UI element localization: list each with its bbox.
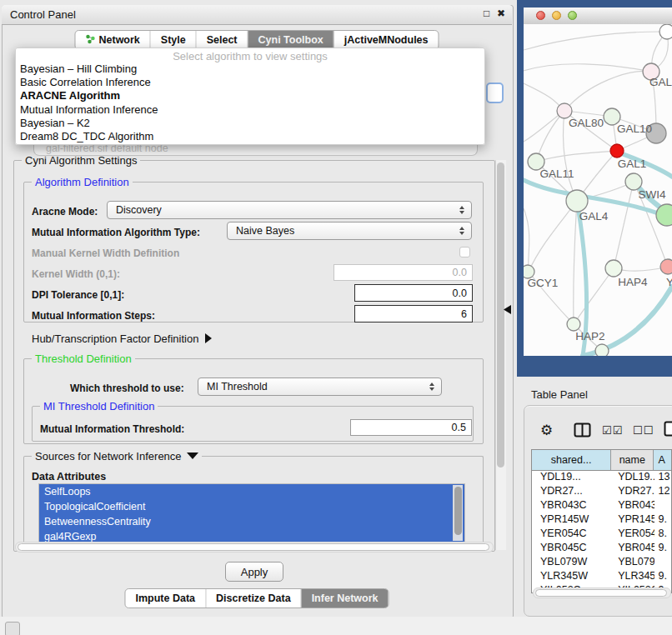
network-node-y[interactable]	[660, 259, 672, 274]
table-horizontal-scrollbar[interactable]	[533, 588, 671, 598]
algorithm-popup-list: Bayesian – Hill ClimbingBasic Correlatio…	[16, 62, 484, 143]
table-row[interactable]: YDL19...YDL19...13	[532, 471, 671, 485]
tab-jactivemnodules[interactable]: jActiveMNodules	[334, 31, 439, 49]
network-node-gal1[interactable]	[610, 144, 624, 158]
algorithm-option-dream8-dc-tdc-algorithm[interactable]: Dream8 DC_TDC Algorithm	[16, 130, 484, 143]
expand-right-icon	[205, 333, 212, 343]
mi-threshold-field[interactable]: 0.5	[350, 419, 472, 436]
algorithm-option-basic-correlation-inference[interactable]: Basic Correlation Inference	[16, 76, 484, 89]
mi-steps-label: Mutual Information Steps:	[32, 310, 155, 322]
manual-kernel-checkbox[interactable]	[459, 247, 470, 258]
table-row[interactable]: YBL079WYBL079W	[532, 556, 671, 570]
algorithm-option-bayesian-hill-climbing[interactable]: Bayesian – Hill Climbing	[16, 62, 484, 76]
table-row[interactable]: YBR045CYBR045C9.	[532, 542, 671, 556]
hide-columns-icon[interactable]: ☐☐	[633, 424, 654, 437]
algorithm-option-bayesian-k2[interactable]: Bayesian – K2	[16, 117, 484, 130]
table-row[interactable]: YLR345WYLR345W9.	[532, 570, 671, 584]
data-attributes-label: Data Attributes	[32, 471, 106, 482]
threshold-definition-title: Threshold Definition	[32, 352, 135, 365]
table-horizontal-scrollbar-thumb[interactable]	[535, 589, 667, 597]
tab-label: Select	[207, 34, 238, 46]
network-node-gal4[interactable]	[566, 190, 588, 212]
bottom-tab-impute-data[interactable]: Impute Data	[125, 589, 206, 608]
manual-kernel-label: Manual Kernel Width Definition	[32, 248, 179, 259]
settings-horizontal-scrollbar[interactable]	[15, 542, 494, 552]
screen: Control Panel □ ✖ NetworkStyleSelectCyni…	[0, 0, 672, 635]
table-cell: YBR043C	[611, 499, 654, 513]
bottom-tab-strip-holder: Impute DataDiscretize DataInfer Network	[124, 588, 389, 608]
bottom-tab-infer-network[interactable]: Infer Network	[302, 589, 389, 608]
attribute-item-betweennesscentrality[interactable]: BetweennessCentrality	[39, 514, 464, 529]
network-edge	[574, 201, 577, 324]
mi-threshold-group-title: MI Threshold Definition	[40, 400, 158, 412]
network-tab-icon	[85, 34, 95, 47]
network-window-titlebar[interactable]	[524, 8, 672, 25]
which-threshold-combo[interactable]: MI Threshold	[198, 378, 442, 396]
table-row[interactable]: YER054CYER054C8.	[532, 528, 671, 542]
table-cell: YER054C	[611, 528, 654, 542]
column-header-name[interactable]: name	[611, 450, 654, 470]
attribute-item-topologicalcoefficient[interactable]: TopologicalCoefficient	[39, 499, 464, 514]
table-row[interactable]: YBR043CYBR043C	[532, 499, 671, 513]
close-window-icon[interactable]: ✖	[497, 8, 505, 19]
mi-type-combo[interactable]: Naive Bayes	[227, 222, 472, 240]
network-node-hap2[interactable]	[567, 318, 580, 331]
network-edge	[564, 71, 651, 111]
table-cell: 13	[654, 471, 671, 485]
inference-combo-fragment[interactable]	[486, 82, 504, 103]
settings-vertical-scrollbar-thumb[interactable]	[497, 162, 504, 468]
tab-cyni-toolbox[interactable]: Cyni Toolbox	[248, 31, 334, 49]
network-node-unlabeled-9[interactable]	[656, 204, 672, 226]
network-node-unlabeled-0[interactable]	[659, 24, 672, 39]
aracne-mode-combo[interactable]: Discovery	[107, 201, 472, 219]
tab-label: Network	[98, 34, 139, 46]
dpi-tolerance-field[interactable]: 0.0	[354, 284, 473, 302]
minimized-panel-button[interactable]	[5, 622, 20, 635]
network-node-label: GAL80	[569, 117, 604, 129]
columns-icon[interactable]	[574, 422, 591, 441]
tab-select[interactable]: Select	[197, 31, 248, 49]
network-node-label: GAL	[649, 76, 672, 88]
close-traffic-light-button[interactable]	[536, 11, 545, 20]
zoom-traffic-light-button[interactable]	[568, 11, 577, 20]
settings-vertical-scrollbar[interactable]	[495, 160, 506, 550]
tab-label: jActiveMNodules	[344, 34, 429, 46]
expand-down-icon	[187, 452, 198, 459]
control-panel-titlebar[interactable]	[2, 5, 512, 25]
mi-threshold-value: 0.5	[452, 422, 466, 433]
attributes-list-scrollbar-thumb[interactable]	[454, 487, 462, 535]
network-node-unlabeled-14[interactable]	[595, 344, 609, 356]
sources-group-toggle[interactable]: Sources for Network Inference	[32, 450, 202, 462]
column-header-shared[interactable]: shared...	[532, 450, 611, 470]
minimize-traffic-light-button[interactable]	[552, 11, 561, 20]
column-header-a[interactable]: A	[654, 450, 671, 470]
float-window-icon[interactable]: □	[484, 8, 489, 19]
bottom-tab-discretize-data[interactable]: Discretize Data	[206, 589, 302, 608]
table-row[interactable]: YPR145WYPR145W9.	[532, 513, 671, 528]
algorithm-option-mutual-information-inference[interactable]: Mutual Information Inference	[16, 103, 484, 117]
mi-steps-field[interactable]: 6	[354, 305, 473, 322]
network-canvas[interactable]: GALGAL80GAL10GAL1GAL11SWI4GAL4GCY1HAP4YH…	[524, 24, 672, 356]
settings-horizontal-scrollbar-thumb[interactable]	[18, 543, 489, 551]
node-table: shared...nameA YDL19...YDL19...13YDR27..…	[531, 449, 672, 593]
table-cell: YBR043C	[532, 499, 611, 513]
network-node-hap4[interactable]	[605, 260, 622, 277]
attribute-item-selfloops[interactable]: SelfLoops	[39, 484, 464, 499]
cyni-settings-group-title: Cyni Algorithm Settings	[22, 154, 140, 167]
kernel-width-field[interactable]: 0.0	[333, 264, 473, 281]
network-node-swi4[interactable]	[625, 173, 642, 190]
attributes-list-scrollbar[interactable]	[453, 485, 463, 541]
show-checked-columns-icon[interactable]: ☑☑	[602, 424, 623, 437]
tab-network[interactable]: Network	[75, 31, 150, 49]
table-cell: 12	[654, 485, 671, 499]
tab-label: Style	[161, 34, 186, 46]
table-row[interactable]: YDR27...YDR27...12	[532, 485, 671, 499]
export-table-icon[interactable]	[664, 421, 672, 440]
gear-icon[interactable]: ⚙	[540, 422, 553, 439]
hub-definition-expander[interactable]: Hub/Transcription Factor Definition	[32, 332, 212, 345]
control-panel-title: Control Panel	[10, 8, 76, 21]
table-cell: YDR27...	[611, 485, 654, 499]
tab-style[interactable]: Style	[151, 31, 197, 49]
apply-button[interactable]: Apply	[225, 562, 283, 582]
algorithm-option-aracne-algorithm[interactable]: ARACNE Algorithm	[16, 89, 484, 102]
